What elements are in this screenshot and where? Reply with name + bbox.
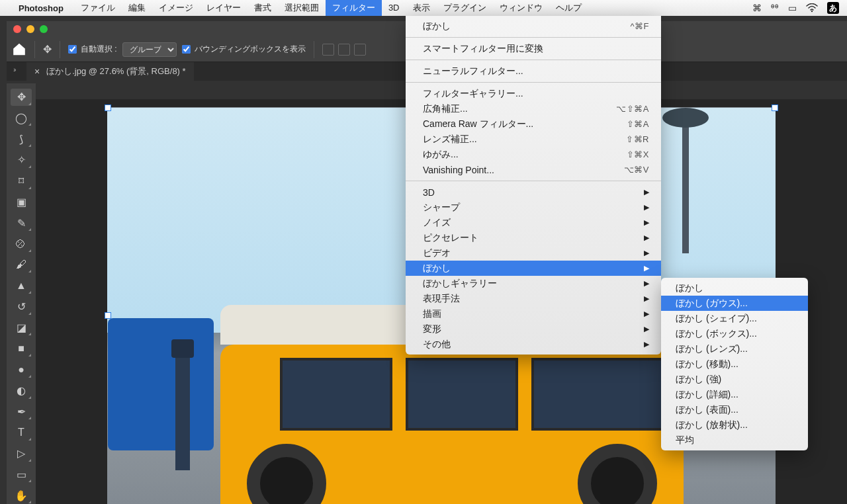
menubar-item-ファイル[interactable]: ファイル <box>74 0 122 16</box>
eyedropper-tool[interactable]: ✎ <box>11 214 32 231</box>
blur-tool[interactable]: ● <box>11 361 32 378</box>
move-tool-icon: ✥ <box>43 43 52 56</box>
document-tab[interactable]: × ぼかし.jpg @ 27.6% (背景, RGB/8) * <box>26 62 194 81</box>
menu-liquify[interactable]: ゆがみ...⇧⌘X <box>406 147 661 162</box>
document-tab-title: ぼかし.jpg @ 27.6% (背景, RGB/8) * <box>46 65 185 77</box>
close-tab-icon[interactable]: × <box>34 66 40 77</box>
pen-tool[interactable]: ✒ <box>11 403 32 421</box>
type-tool[interactable]: T <box>11 424 32 441</box>
brush-tool[interactable]: 🖌 <box>11 257 32 274</box>
blur-submenu-item[interactable]: ぼかし (移動)... <box>661 357 808 372</box>
menu-sub-ぼかし[interactable]: ぼかし▶ <box>406 261 661 276</box>
auto-select-checkbox[interactable]: 自動選択 : <box>68 44 117 55</box>
hand-tool[interactable]: ✋ <box>11 487 32 504</box>
menu-camera-raw-filter[interactable]: Camera Raw フィルター...⇧⌘A <box>406 116 661 132</box>
blur-submenu-item[interactable]: ぼかし (レンズ)... <box>661 341 808 357</box>
menubar-item-選択範囲[interactable]: 選択範囲 <box>278 0 326 16</box>
align-center-icon[interactable] <box>338 44 350 56</box>
macos-menubar: Photoshop ファイル編集イメージレイヤー書式選択範囲フィルター3D表示プ… <box>0 0 847 16</box>
clone-stamp-tool[interactable]: ▲ <box>11 277 32 294</box>
path-selection-tool[interactable]: ▷ <box>11 445 32 462</box>
crop-tool[interactable]: ⌑ <box>11 173 32 190</box>
show-bbox-checkbox[interactable]: バウンディングボックスを表示 <box>182 44 306 55</box>
menubar-item-ヘルプ[interactable]: ヘルプ <box>549 0 588 16</box>
menu-sub-変形[interactable]: 変形▶ <box>406 321 661 337</box>
ime-indicator[interactable]: あ <box>827 2 839 14</box>
menu-sub-シャープ[interactable]: シャープ▶ <box>406 200 661 215</box>
close-window-button[interactable] <box>13 25 21 33</box>
transform-handle[interactable] <box>772 105 778 111</box>
app-name[interactable]: Photoshop <box>19 3 64 13</box>
menubar-item-イメージ[interactable]: イメージ <box>152 0 200 16</box>
menu-sub-表現手法[interactable]: 表現手法▶ <box>406 291 661 306</box>
blur-submenu-item[interactable]: ぼかし (詳細)... <box>661 387 808 402</box>
move-tool[interactable]: ✥ <box>11 89 32 106</box>
menu-sub-ぼかしギャラリー[interactable]: ぼかしギャラリー▶ <box>406 276 661 291</box>
menubar-item-ウィンドウ[interactable]: ウィンドウ <box>493 0 549 16</box>
menubar-item-表示[interactable]: 表示 <box>406 0 437 16</box>
airplay-icon[interactable]: ▭ <box>788 3 797 13</box>
gradient-tool[interactable]: ■ <box>11 340 32 357</box>
blur-submenu-item[interactable]: ぼかし (シェイプ)... <box>661 311 808 326</box>
menubar-item-編集[interactable]: 編集 <box>122 0 152 16</box>
healing-brush-tool[interactable]: ⛒ <box>11 235 32 253</box>
menu-sub-3D[interactable]: 3D▶ <box>406 185 661 200</box>
align-buttons <box>322 44 366 56</box>
blur-submenu-item[interactable]: 平均 <box>661 433 808 448</box>
home-icon[interactable] <box>12 42 26 57</box>
blur-submenu-item[interactable]: ぼかし (ボックス)... <box>661 326 808 341</box>
marquee-tool[interactable]: ◯ <box>11 110 32 127</box>
magic-wand-tool[interactable]: ✧ <box>11 151 32 169</box>
transform-handle[interactable] <box>105 312 111 319</box>
toolbox: ✥ ◯ ⟆ ✧ ⌑ ▣ ✎ ⛒ 🖌 ▲ ↺ ◪ ■ ● ◐ ✒ T ▷ ▭ ✋ <box>7 83 36 504</box>
expand-panels-icon[interactable]: ›› <box>9 66 15 73</box>
menu-sub-ビデオ[interactable]: ビデオ▶ <box>406 245 661 261</box>
align-left-icon[interactable] <box>322 44 334 56</box>
menubar-item-書式[interactable]: 書式 <box>247 0 278 16</box>
wifi-icon[interactable] <box>806 3 818 13</box>
blur-submenu-item[interactable]: ぼかし (放射状)... <box>661 417 808 433</box>
history-brush-tool[interactable]: ↺ <box>11 298 32 315</box>
menu-sub-ノイズ[interactable]: ノイズ▶ <box>406 215 661 230</box>
lasso-tool[interactable]: ⟆ <box>11 130 32 147</box>
align-right-icon[interactable] <box>354 44 366 56</box>
menu-adaptive-wide-angle[interactable]: 広角補正...⌥⇧⌘A <box>406 101 661 116</box>
minimize-window-button[interactable] <box>26 25 34 33</box>
menu-neural-filters[interactable]: ニューラルフィルター... <box>406 63 661 79</box>
menu-lens-correction[interactable]: レンズ補正...⇧⌘R <box>406 132 661 147</box>
menu-last-filter[interactable]: ぼかし^⌘F <box>406 19 661 34</box>
eraser-tool[interactable]: ◪ <box>11 319 32 337</box>
menubar-item-3D[interactable]: 3D <box>382 0 406 16</box>
filter-menu-dropdown: ぼかし^⌘F スマートフィルター用に変換 ニューラルフィルター... フィルター… <box>406 16 661 355</box>
menu-sub-ピクセレート[interactable]: ピクセレート▶ <box>406 230 661 245</box>
menu-filter-gallery[interactable]: フィルターギャラリー... <box>406 86 661 101</box>
blur-submenu: ぼかしぼかし (ガウス)...ぼかし (シェイプ)...ぼかし (ボックス)..… <box>661 278 808 450</box>
zoom-window-button[interactable] <box>40 25 48 33</box>
blur-submenu-item[interactable]: ぼかし (強) <box>661 372 808 387</box>
menu-sub-その他[interactable]: その他▶ <box>406 337 661 352</box>
auto-select-target[interactable]: グループ <box>122 42 177 57</box>
menubar-item-レイヤー[interactable]: レイヤー <box>200 0 247 16</box>
rectangle-tool[interactable]: ▭ <box>11 466 32 483</box>
blur-submenu-item[interactable]: ぼかし <box>661 280 808 296</box>
control-strip-icon[interactable]: ⌘ <box>752 3 762 13</box>
menubar-item-フィルター[interactable]: フィルター <box>326 0 382 16</box>
blur-submenu-item[interactable]: ぼかし (表面)... <box>661 402 808 417</box>
reader-icon[interactable]: ᶿᶿ <box>771 3 779 13</box>
menu-sub-描画[interactable]: 描画▶ <box>406 306 661 321</box>
menu-convert-smart-filter[interactable]: スマートフィルター用に変換 <box>406 41 661 56</box>
transform-handle[interactable] <box>105 105 111 111</box>
dodge-tool[interactable]: ◐ <box>11 382 32 399</box>
frame-tool[interactable]: ▣ <box>11 194 32 211</box>
menu-vanishing-point[interactable]: Vanishing Point...⌥⌘V <box>406 162 661 177</box>
menubar-item-プラグイン[interactable]: プラグイン <box>437 0 493 16</box>
blur-submenu-item[interactable]: ぼかし (ガウス)... <box>661 296 808 311</box>
svg-point-0 <box>811 11 813 12</box>
